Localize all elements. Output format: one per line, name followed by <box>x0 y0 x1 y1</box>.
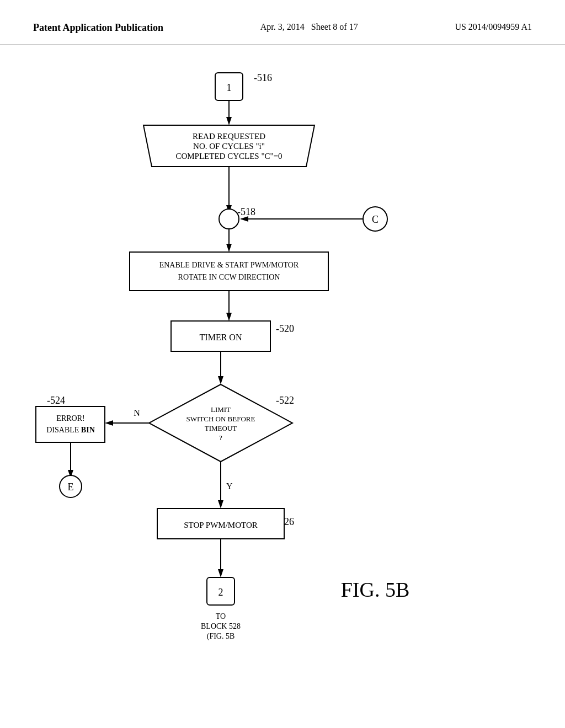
date-sheet: Apr. 3, 2014 Sheet 8 of 17 <box>260 22 358 32</box>
svg-marker-18 <box>226 244 232 252</box>
svg-text:FIG. 5B: FIG. 5B <box>341 578 410 601</box>
flowchart-diagram: 1 -516 READ REQUESTED NO. OF CYCLES "i" … <box>0 45 565 718</box>
svg-text:N: N <box>134 408 140 417</box>
svg-text:ROTATE IN CCW DIRECTION: ROTATE IN CCW DIRECTION <box>178 273 280 281</box>
date-label: Apr. 3, 2014 <box>260 22 305 31</box>
svg-marker-47 <box>218 500 223 508</box>
svg-text:SWITCH ON BEFORE: SWITCH ON BEFORE <box>186 415 255 423</box>
svg-marker-53 <box>218 569 223 577</box>
svg-text:?: ? <box>219 433 222 442</box>
svg-text:-524: -524 <box>47 395 65 406</box>
svg-marker-23 <box>226 313 232 321</box>
svg-text:-522: -522 <box>276 395 294 406</box>
svg-text:ERROR!: ERROR! <box>56 414 84 422</box>
svg-marker-30 <box>149 384 292 462</box>
svg-marker-36 <box>105 420 113 426</box>
patent-number: US 2014/0094959 A1 <box>455 22 532 32</box>
svg-text:LIMIT: LIMIT <box>211 405 231 414</box>
svg-text:-516: -516 <box>254 72 272 83</box>
publication-title: Patent Application Publication <box>33 22 163 34</box>
svg-text:(FIG. 5B: (FIG. 5B <box>207 632 235 641</box>
svg-rect-19 <box>130 252 328 291</box>
svg-text:-518: -518 <box>237 206 255 217</box>
svg-text:2: 2 <box>218 587 223 598</box>
svg-text:BLOCK 528: BLOCK 528 <box>201 622 241 630</box>
svg-text:COMPLETED CYCLES "C"=0: COMPLETED CYCLES "C"=0 <box>175 152 282 160</box>
svg-text:READ REQUESTED: READ REQUESTED <box>193 132 265 141</box>
svg-marker-4 <box>226 117 232 125</box>
svg-point-11 <box>219 209 239 229</box>
svg-text:TO: TO <box>216 612 226 620</box>
svg-text:DISABLE BIN: DISABLE BIN <box>46 426 95 434</box>
svg-text:STOP PWM/MOTOR: STOP PWM/MOTOR <box>184 521 258 529</box>
svg-marker-28 <box>218 376 223 384</box>
svg-text:1: 1 <box>227 82 232 93</box>
svg-text:TIMER ON: TIMER ON <box>200 333 242 342</box>
svg-text:E: E <box>68 481 74 493</box>
svg-text:TIMEOUT: TIMEOUT <box>205 424 237 432</box>
page-header: Patent Application Publication Apr. 3, 2… <box>0 0 565 45</box>
sheet-label: Sheet 8 of 17 <box>311 22 358 31</box>
svg-text:Y: Y <box>226 481 233 491</box>
svg-rect-39 <box>36 406 105 442</box>
svg-text:NO. OF CYCLES "i": NO. OF CYCLES "i" <box>193 142 265 151</box>
svg-text:-520: -520 <box>276 323 294 334</box>
svg-text:C: C <box>372 214 379 225</box>
svg-text:ENABLE DRIVE & START PWM/MOTOR: ENABLE DRIVE & START PWM/MOTOR <box>159 261 299 269</box>
